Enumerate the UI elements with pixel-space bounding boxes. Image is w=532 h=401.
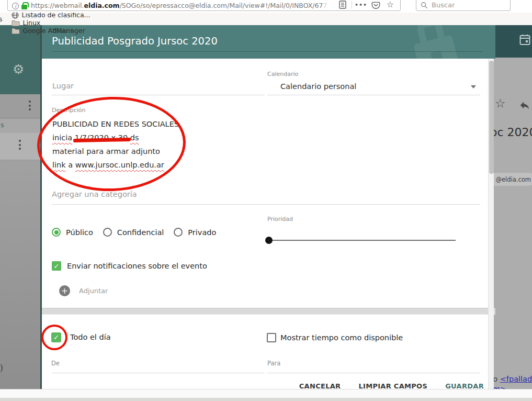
categoria-input[interactable]: Agregar una categoría xyxy=(52,190,137,198)
search-icon xyxy=(421,2,428,9)
divider xyxy=(352,1,352,9)
kebab-menu-icon[interactable] xyxy=(29,101,31,110)
description-line: link a www.jursoc.unlp.edu.ar xyxy=(52,158,179,172)
reply-icon[interactable] xyxy=(518,99,531,113)
mail-list-row[interactable] xyxy=(0,94,40,118)
title-underline xyxy=(52,51,483,52)
browser-chrome: i https://webmail.eldia.com/SOGo/so/epre… xyxy=(0,0,532,13)
folder-icon xyxy=(12,27,20,34)
adjuntar-label[interactable]: Adjuntar xyxy=(79,287,108,295)
scrollbar-thumb[interactable] xyxy=(489,61,494,174)
descripcion-textarea[interactable]: PUBLICIDAD EN REDES SOCIALESinicia 1/7/2… xyxy=(52,117,179,172)
todo-el-dia-label: Todo el día xyxy=(70,333,111,341)
window-bottom-strip xyxy=(0,389,532,398)
radio-icon[interactable] xyxy=(52,228,61,237)
sidebar-text-fragment: ) xyxy=(0,363,3,373)
url-text[interactable]: https://webmail.eldia.com/SOGo/so/epress… xyxy=(31,2,327,9)
classification-radio-group: PúblicoConfidencialPrivado xyxy=(52,228,226,237)
title-input[interactable]: Publicidad Posgrado Jursoc 2020 xyxy=(52,35,218,47)
de-label: De xyxy=(51,360,60,367)
page-content: ⚙ s ) ☆ oc 2020 @eldia.com no <fpallad o… xyxy=(0,25,532,401)
bookmark-item[interactable]: Linux xyxy=(12,19,90,27)
radio-option-confidencial[interactable]: Confidencial xyxy=(103,228,164,237)
todo-el-dia-checkbox[interactable]: ✓ xyxy=(51,332,61,342)
bookmark-item[interactable]: Google AdManager xyxy=(12,27,90,35)
event-editor-dialog: Título * Publicidad Posgrado Jursoc 2020… xyxy=(40,25,494,401)
dialog-header: Título * Publicidad Posgrado Jursoc 2020 xyxy=(42,25,495,59)
slider-track[interactable] xyxy=(265,240,456,241)
calendar-icon[interactable] xyxy=(519,34,530,48)
kebab-menu-icon[interactable] xyxy=(19,140,21,150)
url-bar[interactable]: i https://webmail.eldia.com/SOGo/so/epre… xyxy=(7,0,401,11)
lugar-input[interactable]: Lugar xyxy=(52,82,74,90)
page-actions-icon[interactable]: ••• xyxy=(355,0,367,9)
search-bar[interactable]: Buscar xyxy=(416,0,511,11)
folder-icon xyxy=(12,19,20,26)
para-underline xyxy=(267,373,480,373)
mostrar-tiempo-label: Mostrar tiempo como disponible xyxy=(280,333,403,342)
bookmark-star-icon[interactable]: ☆ xyxy=(384,0,396,9)
de-underline xyxy=(52,373,265,373)
radio-icon[interactable] xyxy=(103,228,112,237)
radio-option-privado[interactable]: Privado xyxy=(174,228,216,237)
radio-icon[interactable] xyxy=(174,228,183,237)
calendario-underline xyxy=(267,95,480,95)
slider-thumb[interactable] xyxy=(265,237,273,244)
dialog-scrollbar[interactable] xyxy=(488,59,494,401)
page-info-icon[interactable]: i xyxy=(12,3,19,9)
lugar-underline xyxy=(52,95,265,95)
reader-mode-icon[interactable] xyxy=(337,0,348,9)
mail-view-background: ☆ oc 2020 @eldia.com no <fpallad om> xyxy=(494,58,532,401)
search-placeholder: Buscar xyxy=(432,1,455,9)
para-label: Para xyxy=(267,360,280,367)
mail-list-background xyxy=(0,160,40,401)
radio-label: Privado xyxy=(188,228,216,237)
radio-option-publico[interactable]: Público xyxy=(52,228,93,237)
lock-watermark-icon xyxy=(401,25,472,59)
sidebar-text-fragment: s xyxy=(1,121,4,129)
prioridad-label: Prioridad xyxy=(267,216,293,222)
prioridad-slider[interactable] xyxy=(265,237,456,244)
adjuntar-add-icon[interactable]: + xyxy=(59,285,70,296)
mail-list-label-row: s xyxy=(0,119,40,133)
email-link-fragment[interactable]: <fpallad xyxy=(500,375,532,383)
description-line: material para armar adjunto xyxy=(52,144,179,158)
radio-label: Confidencial xyxy=(117,228,164,237)
section-divider xyxy=(42,308,495,315)
description-line: inicia 1/7/2020 x 30 ds xyxy=(52,131,179,144)
email-subject-fragment: oc 2020 xyxy=(494,126,532,139)
bookmark-label: Google AdManager xyxy=(23,27,85,35)
email-address-chip[interactable]: @eldia.com xyxy=(494,173,532,186)
pocket-icon[interactable] xyxy=(370,0,381,9)
notificaciones-checkbox[interactable]: ✓ xyxy=(52,261,61,271)
notificaciones-label: Enviar notificaciones sobre el evento xyxy=(67,262,207,270)
mail-list-row-selected[interactable] xyxy=(0,133,40,160)
chevron-down-icon[interactable] xyxy=(471,85,476,88)
gear-icon[interactable]: ⚙ xyxy=(13,62,24,77)
calendario-label: Calendario xyxy=(267,71,298,77)
https-lock-icon[interactable] xyxy=(21,5,27,9)
window-bottom-edge xyxy=(0,398,532,401)
toolbar-background xyxy=(494,25,532,58)
sidebar-header-background: ⚙ xyxy=(0,25,40,94)
descripcion-label: Descripción xyxy=(52,107,85,114)
radio-label: Público xyxy=(66,228,93,237)
quote-text: no xyxy=(494,375,500,383)
mostrar-tiempo-checkbox[interactable] xyxy=(267,333,276,342)
star-flag-icon[interactable]: ☆ xyxy=(495,96,506,110)
calendario-select[interactable]: Calendario personal xyxy=(280,82,356,91)
bookmark-label: Linux xyxy=(23,19,41,27)
categoria-underline xyxy=(52,204,480,205)
bookmarks-bar: s SistemasListado de clasifica...LinuxGo… xyxy=(0,13,532,25)
description-line: PUBLICIDAD EN REDES SOCIALES xyxy=(52,117,179,131)
